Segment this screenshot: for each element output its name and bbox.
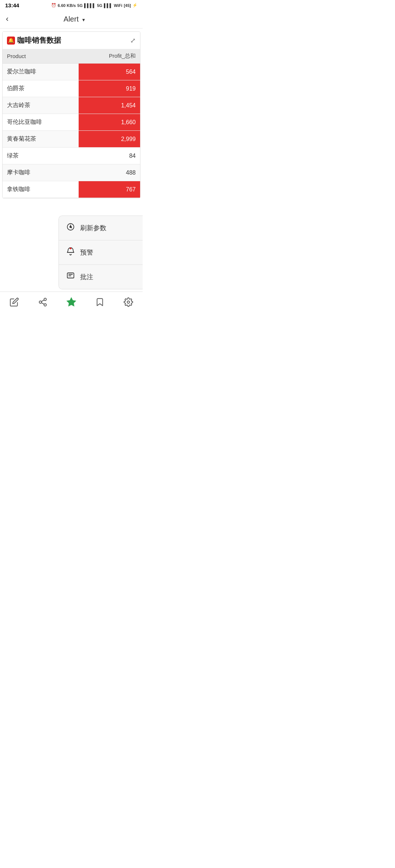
table-row: 大吉岭茶1,454 bbox=[3, 97, 140, 114]
table-row: 哥伦比亚咖啡1,660 bbox=[3, 114, 140, 131]
svg-point-1 bbox=[69, 226, 72, 228]
report-header: 🔔 咖啡销售数据 ⤢ bbox=[3, 32, 140, 49]
table-row: 黄春菊花茶2,999 bbox=[3, 131, 140, 148]
menu-item-comment[interactable]: 批注 bbox=[59, 264, 143, 289]
status-time: 13:44 bbox=[5, 2, 19, 8]
product-cell: 哥伦比亚咖啡 bbox=[3, 114, 79, 131]
nav-item-bookmark[interactable] bbox=[86, 294, 114, 312]
report-title: 咖啡销售数据 bbox=[17, 35, 61, 45]
table-row: 拿铁咖啡767 bbox=[3, 181, 140, 198]
signal-icon-1: ▌▌▌▌ bbox=[84, 3, 95, 8]
menu-item-alert[interactable]: 预警 bbox=[59, 240, 143, 264]
charging-icon: ⚡ bbox=[132, 3, 138, 8]
bottom-nav bbox=[0, 292, 143, 314]
edit-icon bbox=[10, 297, 19, 309]
product-cell: 伯爵茶 bbox=[3, 80, 79, 97]
product-cell: 黄春菊花茶 bbox=[3, 131, 79, 148]
status-bar: 13:44 ⏰ 6.60 KB/s 5G ▌▌▌▌ 5G ▌▌▌ WiFi [4… bbox=[0, 0, 143, 10]
bottom-menu-popup: 刷新参数 预警 批注 bbox=[59, 216, 143, 289]
profit-cell: 2,999 bbox=[79, 131, 140, 148]
svg-line-8 bbox=[41, 300, 44, 301]
wifi-icon: WiFi bbox=[114, 3, 122, 8]
menu-label-alert: 预警 bbox=[80, 248, 93, 257]
expand-icon[interactable]: ⤢ bbox=[130, 37, 136, 45]
product-cell: 摩卡咖啡 bbox=[3, 164, 79, 181]
profit-cell: 1,454 bbox=[79, 97, 140, 114]
status-icons: ⏰ 6.60 KB/s 5G ▌▌▌▌ 5G ▌▌▌ WiFi [45] ⚡ bbox=[51, 3, 138, 8]
svg-point-10 bbox=[127, 301, 130, 303]
product-cell: 大吉岭茶 bbox=[3, 97, 79, 114]
table-row: 摩卡咖啡488 bbox=[3, 164, 140, 181]
profit-cell: 919 bbox=[79, 80, 140, 97]
nav-item-favorite[interactable] bbox=[57, 294, 86, 312]
column-header-profit: Profit_总和 bbox=[79, 49, 140, 64]
svg-point-2 bbox=[70, 248, 71, 249]
5g-icon-1: 5G bbox=[77, 3, 83, 8]
menu-label-comment: 批注 bbox=[80, 273, 93, 281]
report-container: 🔔 咖啡销售数据 ⤢ Product Profit_总和 爱尔兰咖啡564伯爵茶… bbox=[2, 31, 140, 198]
menu-label-refresh: 刷新参数 bbox=[80, 224, 106, 232]
page-title: Alert ▾ bbox=[11, 15, 137, 23]
settings-icon bbox=[124, 297, 133, 309]
refresh-icon bbox=[66, 222, 75, 233]
profit-cell: 488 bbox=[79, 164, 140, 181]
svg-line-7 bbox=[41, 302, 44, 304]
product-cell: 爱尔兰咖啡 bbox=[3, 64, 79, 80]
comment-icon bbox=[66, 271, 75, 282]
bell-icon: 🔔 bbox=[8, 38, 14, 43]
profit-cell: 1,660 bbox=[79, 114, 140, 131]
share-icon bbox=[38, 297, 48, 309]
product-cell: 绿茶 bbox=[3, 148, 79, 164]
svg-marker-9 bbox=[67, 298, 75, 306]
network-speed: 6.60 KB/s bbox=[58, 3, 76, 8]
menu-item-refresh[interactable]: 刷新参数 bbox=[59, 216, 143, 240]
profit-cell: 84 bbox=[79, 148, 140, 164]
alert-menu-icon bbox=[66, 247, 75, 258]
clock-icon: ⏰ bbox=[51, 3, 56, 8]
dropdown-icon[interactable]: ▾ bbox=[82, 17, 85, 23]
svg-rect-3 bbox=[67, 273, 74, 278]
back-button[interactable]: ‹ bbox=[6, 13, 11, 25]
battery-indicator: [45] bbox=[124, 3, 131, 8]
5g-icon-2: 5G bbox=[97, 3, 102, 8]
table-row: 绿茶84 bbox=[3, 148, 140, 164]
column-header-product: Product bbox=[3, 49, 79, 64]
top-nav: ‹ Alert ▾ bbox=[0, 10, 143, 28]
favorite-icon bbox=[66, 297, 76, 309]
profit-cell: 767 bbox=[79, 181, 140, 198]
alert-badge: 🔔 bbox=[7, 37, 15, 45]
nav-item-settings[interactable] bbox=[114, 294, 143, 312]
data-table: Product Profit_总和 爱尔兰咖啡564伯爵茶919大吉岭茶1,45… bbox=[3, 49, 140, 198]
nav-item-share[interactable] bbox=[29, 294, 57, 312]
nav-item-edit[interactable] bbox=[0, 294, 29, 312]
signal-icon-2: ▌▌▌ bbox=[104, 3, 112, 8]
bookmark-icon bbox=[95, 297, 105, 309]
product-cell: 拿铁咖啡 bbox=[3, 181, 79, 198]
report-title-area: 🔔 咖啡销售数据 bbox=[7, 35, 61, 45]
profit-cell: 564 bbox=[79, 64, 140, 80]
table-row: 伯爵茶919 bbox=[3, 80, 140, 97]
table-header-row: Product Profit_总和 bbox=[3, 49, 140, 64]
table-row: 爱尔兰咖啡564 bbox=[3, 64, 140, 80]
